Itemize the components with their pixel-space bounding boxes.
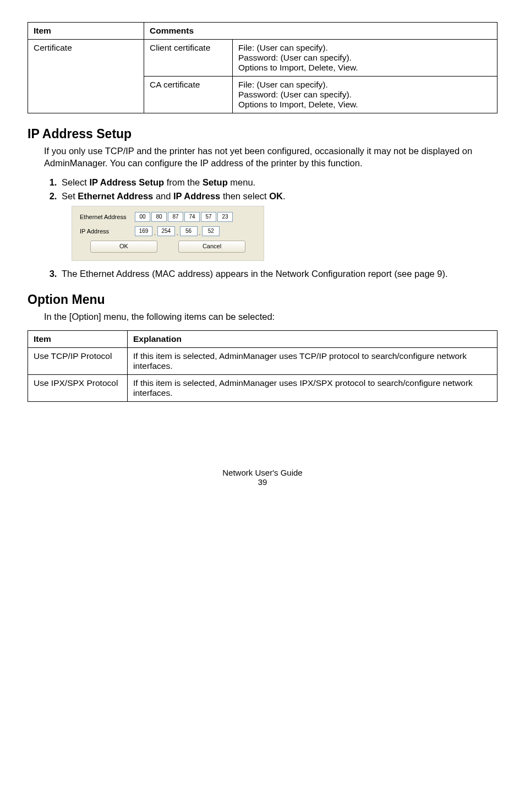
option-table: Item Explanation Use TCP/IP Protocol If … <box>28 330 497 402</box>
steps-list: Select IP Address Setup from the Setup m… <box>44 177 497 201</box>
ip-setup-body: If you only use TCP/IP and the printer h… <box>44 145 497 170</box>
certificate-table: Item Comments Certificate Client certifi… <box>28 22 497 113</box>
eth-5[interactable]: 23 <box>217 212 233 222</box>
t1-h2: Comments <box>144 23 497 40</box>
footer-title: Network User's Guide <box>28 468 497 477</box>
step-2: Set Ethernet Address and IP Address then… <box>59 191 497 201</box>
ip-inputs[interactable]: 169. 254. 56. 52 <box>135 226 220 236</box>
t2-r0-item: Use TCP/IP Protocol <box>28 347 128 374</box>
eth-label: Ethernet Address <box>80 214 135 220</box>
ip-3[interactable]: 52 <box>202 226 220 236</box>
eth-2[interactable]: 87 <box>168 212 183 222</box>
footer-page: 39 <box>28 477 497 487</box>
eth-1[interactable]: 80 <box>151 212 167 222</box>
step-3: The Ethernet Address (MAC address) appea… <box>59 269 497 279</box>
eth-4[interactable]: 57 <box>201 212 216 222</box>
t2-r1-item: Use IPX/SPX Protocol <box>28 374 128 401</box>
option-menu-body: In the [Option] menu, the following item… <box>44 310 497 323</box>
ip-label: IP Address <box>80 228 135 235</box>
t2-r1-exp: If this item is selected, AdminManager u… <box>128 374 497 401</box>
ip-0[interactable]: 169 <box>135 226 152 236</box>
ip-1[interactable]: 254 <box>157 226 175 236</box>
t1-client-label: Client certificate <box>144 40 233 77</box>
t1-client-text: File: (User can specify). Password: (Use… <box>233 40 497 77</box>
ip-setup-dialog: Ethernet Address 00 80 87 74 57 23 IP Ad… <box>72 206 264 261</box>
t2-h1: Item <box>28 330 128 347</box>
t1-h1: Item <box>28 23 144 40</box>
t1-ca-text: File: (User can specify). Password: (Use… <box>233 77 497 113</box>
eth-0[interactable]: 00 <box>135 212 150 222</box>
cancel-button[interactable]: Cancel <box>178 241 245 253</box>
eth-3[interactable]: 74 <box>184 212 200 222</box>
ip-setup-heading: IP Address Setup <box>28 127 497 141</box>
ok-button[interactable]: OK <box>90 241 157 253</box>
t2-h2: Explanation <box>128 330 497 347</box>
t1-ca-label: CA certificate <box>144 77 233 113</box>
option-menu-heading: Option Menu <box>28 292 497 307</box>
page-footer: Network User's Guide 39 <box>28 468 497 487</box>
t1-item: Certificate <box>28 40 144 113</box>
eth-inputs[interactable]: 00 80 87 74 57 23 <box>135 212 233 222</box>
t2-r0-exp: If this item is selected, AdminManager u… <box>128 347 497 374</box>
ip-2[interactable]: 56 <box>180 226 198 236</box>
steps-list-2: The Ethernet Address (MAC address) appea… <box>44 269 497 279</box>
step-1: Select IP Address Setup from the Setup m… <box>59 177 497 188</box>
